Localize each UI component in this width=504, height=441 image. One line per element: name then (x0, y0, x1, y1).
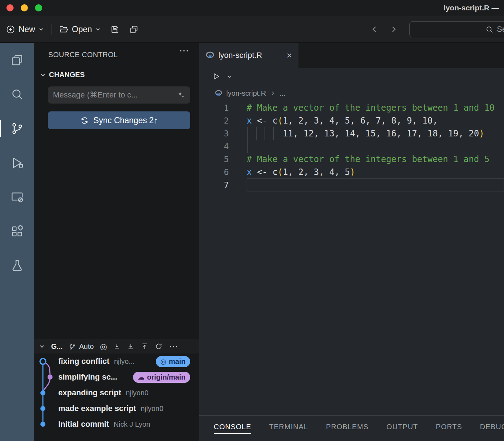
commit-row[interactable]: expanding scriptnjlyon0 (34, 385, 199, 401)
run-button[interactable] (212, 72, 221, 81)
branch-badge[interactable]: ◎main (156, 356, 190, 367)
commit-list: fixing conflictnjlyo...◎mainsimplifying … (34, 354, 199, 432)
branch-badge-label: origin/main (147, 373, 186, 381)
code-token: ) (479, 129, 484, 139)
run-options-button[interactable] (227, 74, 232, 79)
fetch-icon (113, 342, 121, 350)
activity-bar (0, 43, 34, 441)
line-number: 6 (199, 166, 229, 179)
breadcrumb-file[interactable]: lyon-script.R (226, 89, 266, 97)
cloud-icon: ☁ (138, 374, 144, 381)
code-line[interactable]: 1# Make a vector of the integers between… (199, 101, 504, 114)
explorer-icon (10, 53, 24, 67)
chevron-down-icon[interactable] (39, 344, 45, 350)
refresh-icon (155, 342, 163, 350)
commit-row[interactable]: Initial commitNick J Lyon (34, 416, 199, 432)
branch-auto-selector[interactable]: Auto (69, 342, 94, 351)
graph-title: G... (51, 342, 63, 351)
activity-console[interactable] (0, 180, 34, 214)
line-number: 4 (199, 140, 229, 153)
editor-tab[interactable]: R lyon-script.R × (199, 43, 298, 68)
branch-auto-label: Auto (79, 342, 94, 351)
chevron-down-icon (227, 74, 232, 79)
refresh-button[interactable] (155, 342, 163, 350)
breadcrumb: R lyon-script.R ... (199, 85, 504, 101)
panel-tab-ports[interactable]: PORTS (436, 423, 462, 434)
global-search-input[interactable]: Se (409, 21, 504, 37)
panel-tab-output[interactable]: OUTPUT (386, 423, 418, 434)
sparkle-icon[interactable] (177, 91, 185, 99)
branch-badge-label: main (169, 357, 186, 366)
code-line[interactable]: 2x <- c(1, 2, 3, 4, 5, 6, 7, 8, 9, 10, (199, 114, 504, 127)
commit-title: made example script (58, 404, 136, 413)
navigate-forward-button[interactable] (389, 25, 398, 34)
code-token: # Make a vector of the integers between … (247, 154, 489, 164)
branch-badge[interactable]: ☁origin/main (133, 372, 190, 383)
push-button[interactable] (141, 342, 149, 350)
chevron-left-icon (370, 25, 379, 34)
panel-tab-debug[interactable]: DEBUG (480, 423, 504, 434)
close-window-button[interactable] (6, 4, 14, 11)
minimize-window-button[interactable] (21, 4, 28, 11)
code-line[interactable]: 6x <- c(1, 2, 3, 4, 5) (199, 166, 504, 179)
line-content: 11, 12, 13, 14, 15, 16, 17, 18, 19, 20) (247, 127, 504, 140)
commit-message-placeholder: Message (⌘Enter to c... (53, 90, 138, 100)
commit-row[interactable]: simplifying sc...☁origin/main (34, 369, 199, 385)
navigate-back-button[interactable] (370, 25, 379, 34)
commit-row[interactable]: fixing conflictnjlyo...◎main (34, 354, 199, 369)
fetch-button[interactable] (113, 342, 121, 350)
pull-icon (127, 342, 135, 350)
code-token: c (272, 116, 277, 126)
activity-testing[interactable] (0, 249, 34, 283)
activity-source-control[interactable] (0, 111, 34, 146)
breadcrumb-more[interactable]: ... (280, 89, 286, 97)
graph-more-button[interactable]: ⋯ (169, 342, 178, 351)
commit-title: simplifying sc... (58, 372, 117, 382)
close-tab-icon[interactable]: × (287, 51, 292, 60)
sync-changes-label: Sync Changes 2↑ (93, 116, 158, 125)
indent-guide (247, 127, 248, 140)
panel-tab-terminal[interactable]: TERMINAL (269, 423, 308, 434)
code-line[interactable]: 5# Make a vector of the integers between… (199, 153, 504, 166)
indent-guide (273, 127, 274, 140)
line-number: 7 (199, 179, 229, 191)
zoom-window-button[interactable] (35, 4, 42, 11)
activity-search[interactable] (0, 77, 34, 111)
commit-author: njlyon0 (141, 405, 190, 413)
activity-run-debug[interactable] (0, 146, 34, 180)
line-number: 3 (199, 127, 229, 140)
new-button[interactable]: New (6, 25, 44, 34)
open-button[interactable]: Open (59, 24, 101, 34)
sync-changes-button[interactable]: Sync Changes 2↑ (48, 111, 190, 129)
code-line[interactable]: 7 (199, 179, 504, 191)
panel-tab-problems[interactable]: PROBLEMS (326, 423, 369, 434)
more-actions-button[interactable]: ⋯ (179, 46, 189, 56)
line-number: 5 (199, 153, 229, 166)
plus-circle-icon (6, 25, 15, 34)
activity-explorer[interactable] (0, 43, 34, 77)
target-icon[interactable]: ◎ (100, 342, 107, 351)
chevron-down-icon (95, 26, 101, 32)
commit-message-input[interactable]: Message (⌘Enter to c... (48, 86, 190, 104)
save-icon (110, 25, 120, 34)
open-button-label: Open (72, 25, 92, 34)
save-button[interactable] (110, 25, 120, 34)
panel-tab-console[interactable]: CONSOLE (214, 423, 251, 434)
editor-tabstrip: R lyon-script.R × (199, 43, 504, 68)
console-screen-icon (10, 190, 24, 204)
commit-author: njlyon0 (126, 389, 190, 397)
svg-text:R: R (217, 92, 221, 97)
code-line[interactable]: 3 11, 12, 13, 14, 15, 16, 17, 18, 19, 20… (199, 127, 504, 140)
changes-section-header[interactable]: CHANGES (40, 71, 85, 79)
chevron-right-icon (270, 90, 276, 96)
indent-guide (256, 127, 257, 140)
commit-title: fixing conflict (58, 357, 109, 366)
chevron-right-icon (389, 25, 398, 34)
activity-extensions[interactable] (0, 214, 34, 249)
pull-button[interactable] (127, 342, 135, 350)
window-controls (6, 4, 42, 11)
commit-row[interactable]: made example scriptnjlyon0 (34, 401, 199, 416)
save-all-button[interactable] (129, 25, 139, 34)
sync-icon (80, 116, 89, 125)
code-line[interactable]: 4 (199, 140, 504, 153)
